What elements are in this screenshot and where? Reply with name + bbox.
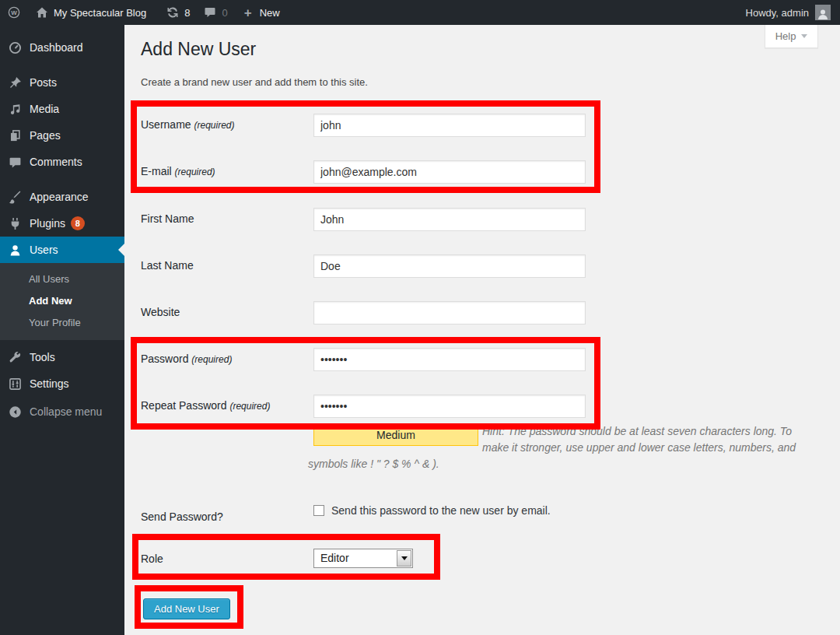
send-password-row: Send this password to the new user by em… [313,504,551,517]
password-input[interactable] [313,348,586,371]
sliders-icon [7,376,23,391]
password-hint-block: Medium Hint: The password should be at l… [308,423,806,472]
sidebar-item-appearance[interactable]: Appearance [0,184,124,210]
send-password-checkbox[interactable] [313,505,324,516]
dashboard-icon [7,40,23,55]
sidebar-item-label: Dashboard [30,41,83,54]
sidebar-item-settings[interactable]: Settings [0,370,124,397]
add-new-user-button[interactable]: Add New User [143,598,230,619]
submenu-item-add-new[interactable]: Add New [0,290,124,312]
wordpress-menu[interactable]: W [0,0,28,25]
comment-count: 0 [222,7,227,19]
sidebar-item-pages[interactable]: Pages [0,122,124,149]
last-name-input[interactable] [313,254,586,278]
pushpin-icon [7,75,23,90]
website-input[interactable] [313,301,586,325]
comment-bubble-icon [7,154,23,170]
sidebar-item-users[interactable]: Users [0,237,124,263]
send-password-checkbox-label: Send this password to the new user by em… [331,504,551,517]
sidebar-item-label: Tools [30,351,55,363]
page-description: Create a brand new user and add them to … [141,76,368,88]
paintbrush-icon [7,189,23,205]
required-note: (required) [175,167,215,177]
home-icon [34,5,50,20]
sidebar-item-label: Collapse menu [30,405,102,418]
username-label: Username (required) [141,118,235,131]
media-icon [7,101,23,117]
website-label: Website [141,306,180,318]
new-label: New [260,7,280,19]
current-menu-arrow [112,244,124,256]
main-content: Help Add New User Create a brand new use… [124,25,840,635]
sidebar-item-plugins[interactable]: Plugins 8 [0,210,124,237]
repeat-password-label: Repeat Password (required) [141,399,270,412]
howdy-text: Howdy, admin [746,7,809,19]
sidebar-item-label: Comments [30,156,82,168]
sidebar-item-comments[interactable]: Comments [0,149,124,175]
select-dropdown-button[interactable] [397,550,411,567]
role-label: Role [141,553,163,565]
sidebar-item-posts[interactable]: Posts [0,69,124,96]
wrench-icon [7,349,23,365]
plug-icon [7,216,23,231]
site-name: My Spectacular Blog [54,7,146,19]
admin-bar: W My Spectacular Blog 8 0 + New Howdy, a… [0,0,840,25]
plus-icon: + [240,5,256,20]
chevron-down-icon [801,34,807,41]
collapse-menu-button[interactable]: Collapse menu [0,398,124,425]
sidebar-item-label: Plugins [30,217,65,230]
sidebar-item-tools[interactable]: Tools [0,344,124,370]
chevron-down-icon [401,556,408,563]
sidebar-item-label: Settings [30,377,69,390]
required-note: (required) [194,120,234,131]
collapse-arrow-icon [7,404,23,419]
plugin-update-badge: 8 [71,216,85,230]
email-label: E-mail (required) [141,165,215,177]
updates-indicator[interactable]: 8 [159,0,196,25]
sidebar-separator [0,61,124,69]
admin-sidebar: Dashboard Posts Media Pages Comments App… [0,25,124,635]
password-strength-indicator: Medium [313,425,478,446]
first-name-label: First Name [141,212,194,225]
user-icon [7,242,23,258]
required-note: (required) [191,354,232,365]
send-password-label: Send Password? [141,510,223,523]
required-note: (required) [229,401,270,412]
pages-icon [7,128,23,143]
sidebar-item-label: Appearance [30,191,89,203]
account-menu[interactable]: Howdy, admin [746,5,840,20]
role-select[interactable]: Editor [313,549,413,568]
users-submenu: All Users Add New Your Profile [0,263,124,340]
sidebar-separator [0,175,124,184]
repeat-password-input[interactable] [313,395,586,418]
submenu-item-your-profile[interactable]: Your Profile [0,312,124,334]
role-selected-value: Editor [320,552,349,564]
submenu-item-all-users[interactable]: All Users [0,268,124,290]
avatar [815,5,831,20]
password-label: Password (required) [141,353,232,365]
update-count: 8 [184,7,190,19]
sidebar-item-label: Users [30,244,58,256]
site-link[interactable]: My Spectacular Blog [28,0,152,25]
sidebar-item-label: Posts [30,76,57,89]
comment-bubble-icon [202,5,218,20]
sidebar-item-label: Pages [30,129,61,142]
wordpress-logo-icon: W [6,5,22,20]
email-input[interactable] [313,160,586,184]
updates-icon [165,5,180,20]
svg-text:W: W [11,9,17,16]
page-title: Add New User [141,39,256,60]
comments-indicator[interactable]: 0 [196,0,233,25]
username-input[interactable] [313,114,586,137]
sidebar-item-dashboard[interactable]: Dashboard [0,34,124,61]
first-name-input[interactable] [313,208,586,231]
new-content-button[interactable]: + New [234,0,286,25]
help-label: Help [775,30,796,42]
help-button[interactable]: Help [765,25,818,48]
sidebar-item-media[interactable]: Media [0,96,124,122]
sidebar-item-label: Media [30,103,59,115]
last-name-label: Last Name [141,259,194,272]
